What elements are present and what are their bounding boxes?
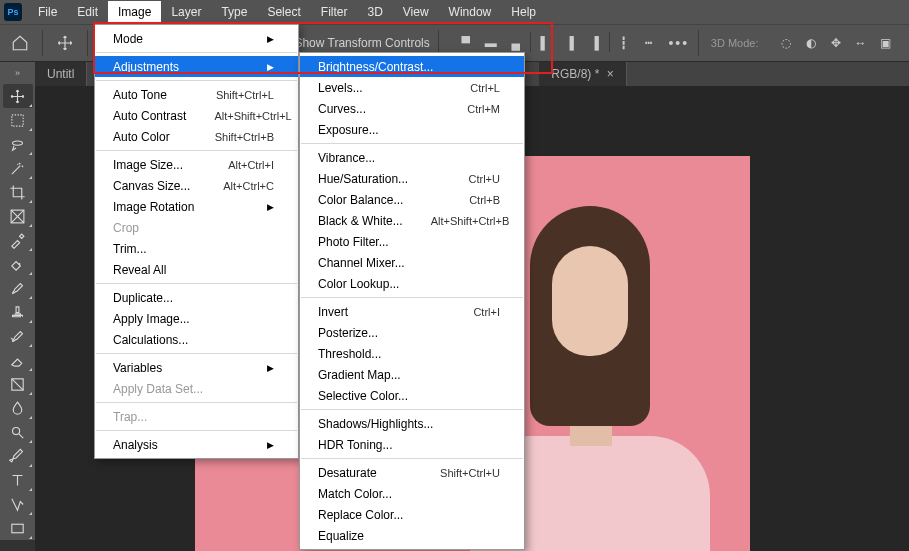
- image-menu-item-auto-color[interactable]: Auto ColorShift+Ctrl+B: [95, 126, 298, 147]
- adjust-menu-item-photo-filter[interactable]: Photo Filter...: [300, 231, 524, 252]
- adjust-menu-item-gradient-map[interactable]: Gradient Map...: [300, 364, 524, 385]
- tool-brush[interactable]: [3, 276, 33, 300]
- align-bottom-icon[interactable]: ▄: [505, 32, 527, 54]
- document-tab-2[interactable]: RGB/8) * ×: [539, 62, 626, 86]
- 3d-slide-icon[interactable]: ↔: [850, 32, 872, 54]
- move-tool-icon[interactable]: [51, 29, 79, 57]
- menu-view[interactable]: View: [393, 1, 439, 23]
- expand-panel-icon[interactable]: »: [15, 68, 20, 78]
- tool-rectangle[interactable]: [3, 516, 33, 540]
- close-tab-icon[interactable]: ×: [607, 67, 614, 81]
- image-menu-item-variables[interactable]: Variables▶: [95, 357, 298, 378]
- tool-move[interactable]: [3, 84, 33, 108]
- adjust-menu-item-match-color[interactable]: Match Color...: [300, 483, 524, 504]
- home-icon[interactable]: [6, 29, 34, 57]
- 3d-orbit-icon[interactable]: ◌: [775, 32, 797, 54]
- adjust-menu-item-equalize[interactable]: Equalize: [300, 525, 524, 546]
- image-menu-item-duplicate[interactable]: Duplicate...: [95, 287, 298, 308]
- menu-file[interactable]: File: [28, 1, 67, 23]
- ps-logo: Ps: [4, 3, 22, 21]
- tool-blur[interactable]: [3, 396, 33, 420]
- image-menu-item-auto-contrast[interactable]: Auto ContrastAlt+Shift+Ctrl+L: [95, 105, 298, 126]
- align-top-icon[interactable]: ▀: [455, 32, 477, 54]
- image-menu-item-canvas-size[interactable]: Canvas Size...Alt+Ctrl+C: [95, 175, 298, 196]
- tool-path[interactable]: [3, 492, 33, 516]
- image-menu: Mode▶Adjustments▶Auto ToneShift+Ctrl+LAu…: [94, 24, 299, 459]
- adjust-menu-item-posterize[interactable]: Posterize...: [300, 322, 524, 343]
- tool-wand[interactable]: [3, 156, 33, 180]
- image-menu-item-reveal-all[interactable]: Reveal All: [95, 259, 298, 280]
- adjust-menu-item-hue-saturation[interactable]: Hue/Saturation...Ctrl+U: [300, 168, 524, 189]
- 3d-mode-label: 3D Mode:: [711, 37, 759, 49]
- tool-healing[interactable]: [3, 252, 33, 276]
- menu-filter[interactable]: Filter: [311, 1, 358, 23]
- tool-eraser[interactable]: [3, 348, 33, 372]
- tool-crop[interactable]: [3, 180, 33, 204]
- align-vcenter-icon[interactable]: ▬: [480, 32, 502, 54]
- adjust-menu-item-shadows-highlights[interactable]: Shadows/Highlights...: [300, 413, 524, 434]
- image-menu-item-trap: Trap...: [95, 406, 298, 427]
- menu-3d[interactable]: 3D: [357, 1, 392, 23]
- svg-rect-0: [12, 114, 23, 125]
- tool-eyedropper[interactable]: [3, 228, 33, 252]
- adjust-menu-item-color-balance[interactable]: Color Balance...Ctrl+B: [300, 189, 524, 210]
- image-menu-item-trim[interactable]: Trim...: [95, 238, 298, 259]
- adjust-menu-item-selective-color[interactable]: Selective Color...: [300, 385, 524, 406]
- image-menu-item-adjustments[interactable]: Adjustments▶: [95, 56, 298, 77]
- adjust-menu-item-vibrance[interactable]: Vibrance...: [300, 147, 524, 168]
- adjust-menu-item-channel-mixer[interactable]: Channel Mixer...: [300, 252, 524, 273]
- menu-image[interactable]: Image: [108, 1, 161, 23]
- document-tab[interactable]: Untitl: [35, 62, 87, 86]
- image-menu-item-calculations[interactable]: Calculations...: [95, 329, 298, 350]
- image-menu-item-analysis[interactable]: Analysis▶: [95, 434, 298, 455]
- show-controls-label: Show Transform Controls: [294, 36, 429, 50]
- adjustments-submenu: Brightness/Contrast...Levels...Ctrl+LCur…: [299, 52, 525, 550]
- tool-marquee[interactable]: [3, 108, 33, 132]
- align-right-icon[interactable]: ▐: [584, 32, 606, 54]
- adjust-menu-item-curves[interactable]: Curves...Ctrl+M: [300, 98, 524, 119]
- menu-help[interactable]: Help: [501, 1, 546, 23]
- tool-lasso[interactable]: [3, 132, 33, 156]
- align-left-icon[interactable]: ▌: [534, 32, 556, 54]
- menu-layer[interactable]: Layer: [161, 1, 211, 23]
- tool-type[interactable]: [3, 468, 33, 492]
- adjust-menu-item-desaturate[interactable]: DesaturateShift+Ctrl+U: [300, 462, 524, 483]
- menu-type[interactable]: Type: [211, 1, 257, 23]
- menu-window[interactable]: Window: [439, 1, 502, 23]
- image-menu-item-auto-tone[interactable]: Auto ToneShift+Ctrl+L: [95, 84, 298, 105]
- adjust-menu-item-threshold[interactable]: Threshold...: [300, 343, 524, 364]
- adjust-menu-item-brightness-contrast[interactable]: Brightness/Contrast...: [300, 56, 524, 77]
- svg-point-3: [13, 427, 20, 434]
- 3d-camera-icon[interactable]: ▣: [875, 32, 897, 54]
- tool-frame[interactable]: [3, 204, 33, 228]
- adjust-menu-item-invert[interactable]: InvertCtrl+I: [300, 301, 524, 322]
- adjust-menu-item-replace-color[interactable]: Replace Color...: [300, 504, 524, 525]
- 3d-pan-icon[interactable]: ✥: [825, 32, 847, 54]
- adjust-menu-item-levels[interactable]: Levels...Ctrl+L: [300, 77, 524, 98]
- adjust-menu-item-black-white[interactable]: Black & White...Alt+Shift+Ctrl+B: [300, 210, 524, 231]
- tool-dodge[interactable]: [3, 420, 33, 444]
- align-hcenter-icon[interactable]: ▐: [559, 32, 581, 54]
- image-menu-item-apply-image[interactable]: Apply Image...: [95, 308, 298, 329]
- image-menu-item-image-rotation[interactable]: Image Rotation▶: [95, 196, 298, 217]
- image-menu-item-apply-data-set: Apply Data Set...: [95, 378, 298, 399]
- align-buttons: ▀ ▬ ▄ ▌ ▐ ▐ ┇ ┅: [455, 32, 660, 54]
- menu-edit[interactable]: Edit: [67, 1, 108, 23]
- adjust-menu-item-color-lookup[interactable]: Color Lookup...: [300, 273, 524, 294]
- menu-select[interactable]: Select: [257, 1, 310, 23]
- tool-gradient[interactable]: [3, 372, 33, 396]
- tool-history[interactable]: [3, 324, 33, 348]
- distribute-h-icon[interactable]: ┇: [613, 32, 635, 54]
- tools-panel: »: [0, 62, 35, 540]
- tool-stamp[interactable]: [3, 300, 33, 324]
- more-options-icon[interactable]: •••: [668, 32, 690, 54]
- image-menu-item-image-size[interactable]: Image Size...Alt+Ctrl+I: [95, 154, 298, 175]
- distribute-v-icon[interactable]: ┅: [638, 32, 660, 54]
- image-menu-item-mode[interactable]: Mode▶: [95, 28, 298, 49]
- adjust-menu-item-hdr-toning[interactable]: HDR Toning...: [300, 434, 524, 455]
- svg-rect-4: [12, 524, 23, 533]
- menubar: Ps FileEditImageLayerTypeSelectFilter3DV…: [0, 0, 909, 24]
- adjust-menu-item-exposure[interactable]: Exposure...: [300, 119, 524, 140]
- tool-pen[interactable]: [3, 444, 33, 468]
- 3d-roll-icon[interactable]: ◐: [800, 32, 822, 54]
